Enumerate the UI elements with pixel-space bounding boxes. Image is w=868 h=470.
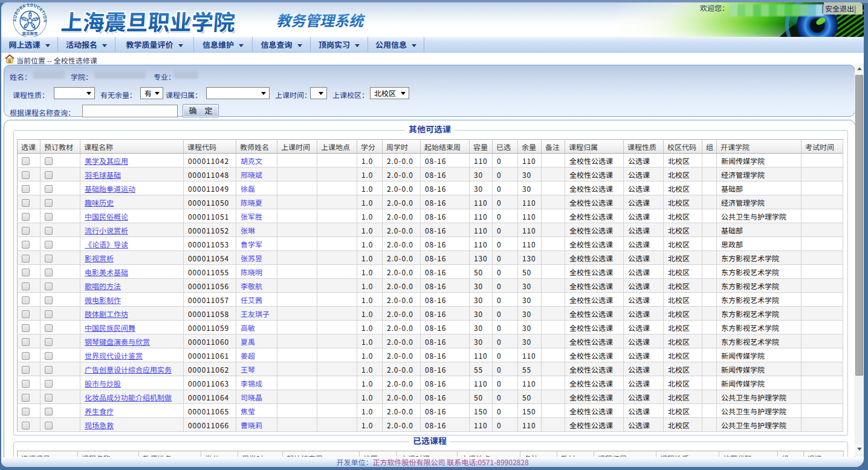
svg-text:上海震旦职业学院: 上海震旦职业学院 <box>60 5 236 36</box>
svg-text:教务管理系统: 教务管理系统 <box>276 10 366 30</box>
svg-text:震旦教育: 震旦教育 <box>22 30 39 36</box>
